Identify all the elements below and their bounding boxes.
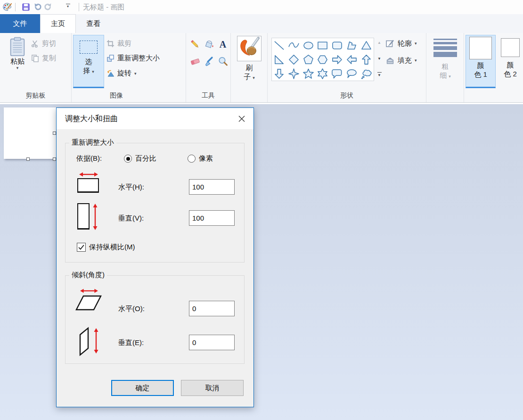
color2-button[interactable]: 颜 色 2 — [498, 35, 523, 88]
shape-down-arrow[interactable] — [272, 66, 286, 81]
canvas-area: 调整大小和扭曲 重新调整大小 依据(B): 百分比 像素 — [0, 104, 523, 420]
size-button[interactable]: 粗 细 ▾ — [430, 35, 460, 88]
dialog-close-button[interactable] — [233, 111, 251, 126]
eyedropper-icon — [204, 56, 214, 66]
shape-right-arrow[interactable] — [330, 52, 344, 66]
resize-label: 重新调整大小 — [117, 54, 160, 63]
undo-button[interactable] — [33, 2, 43, 12]
shape-hexagon[interactable] — [316, 52, 330, 66]
radio-pixels[interactable]: 像素 — [188, 154, 213, 163]
color-picker-tool-button[interactable] — [204, 56, 215, 67]
dialog-title-bar[interactable]: 调整大小和扭曲 — [57, 108, 253, 129]
shape-five-point-star[interactable] — [301, 66, 316, 81]
dropdown-icon: ▾ — [92, 69, 94, 74]
shape-line[interactable] — [272, 38, 286, 52]
vertical-resize-icon — [77, 203, 90, 230]
crop-icon — [106, 40, 114, 48]
shape-rounded-callout[interactable] — [330, 66, 344, 81]
resize-horizontal-input[interactable] — [189, 179, 235, 195]
vertical-arrow-icon — [93, 328, 99, 354]
shape-diamond[interactable] — [286, 52, 301, 66]
shapes-scroll-down-button[interactable]: ▼ — [375, 53, 384, 64]
fill-tool-button[interactable] — [204, 39, 215, 50]
ribbon: 粘贴 ▾ 剪切 复制 剪贴板 — [0, 33, 523, 103]
shapes-more-button[interactable]: ▼ — [375, 69, 384, 80]
shape-four-point-star[interactable] — [286, 66, 301, 81]
rotate-icon — [106, 69, 114, 77]
shape-pentagon[interactable] — [301, 52, 316, 66]
radio-percentage[interactable]: 百分比 — [124, 154, 156, 163]
shape-polygon[interactable] — [344, 38, 359, 52]
selection-marquee-icon — [80, 41, 98, 54]
color1-button[interactable]: 颜 色 1 — [466, 35, 496, 88]
tab-view[interactable]: 查看 — [76, 14, 111, 33]
copy-button[interactable]: 复制 — [31, 54, 56, 63]
maintain-aspect-checkbox[interactable]: 保持纵横比(M) — [77, 243, 135, 252]
redo-icon — [43, 2, 53, 12]
tab-home[interactable]: 主页 — [40, 14, 76, 33]
line-width-icon — [433, 39, 457, 59]
canvas-resize-handle-right[interactable] — [53, 132, 56, 135]
color1-label-line2: 色 1 — [474, 70, 487, 79]
copy-icon — [31, 54, 39, 62]
shape-left-arrow[interactable] — [344, 52, 359, 66]
skew-horizontal-input[interactable] — [189, 301, 235, 316]
resize-group-title: 重新调整大小 — [69, 138, 116, 147]
resize-vertical-input[interactable] — [189, 210, 235, 226]
maintain-aspect-label: 保持纵横比(M) — [89, 243, 135, 252]
shape-cloud-callout[interactable] — [359, 66, 374, 81]
horizontal-skew-icon — [74, 294, 103, 313]
crop-label: 裁剪 — [117, 39, 131, 48]
brushes-button[interactable]: 刷 子 ▾ — [235, 35, 264, 88]
resize-button[interactable]: 重新调整大小 — [106, 54, 160, 63]
skew-group-title: 倾斜(角度) — [69, 271, 107, 280]
shape-rounded-rectangle[interactable] — [330, 38, 344, 52]
drawing-canvas[interactable] — [4, 107, 56, 159]
shape-ellipse[interactable] — [301, 38, 316, 52]
outline-icon — [385, 39, 395, 48]
shape-up-arrow[interactable] — [359, 52, 374, 66]
text-tool-icon: A — [220, 39, 226, 50]
paste-button[interactable]: 粘贴 ▾ — [4, 35, 31, 88]
tab-file[interactable]: 文件 — [0, 14, 40, 33]
size-label-line2: 细 — [440, 71, 447, 79]
down-arrow-icon: ▼ — [377, 57, 381, 61]
canvas-resize-handle-corner[interactable] — [53, 157, 56, 161]
shapes-scroll-up-button[interactable]: ▲ — [375, 37, 384, 48]
canvas-resize-handle-bottom[interactable] — [26, 157, 30, 161]
dropdown-icon: ▾ — [134, 71, 137, 76]
shapes-grid — [271, 38, 374, 81]
section-tools: A — [186, 33, 231, 102]
redo-button[interactable] — [43, 2, 53, 12]
magnifier-tool-button[interactable] — [217, 56, 229, 67]
skew-vertical-input[interactable] — [189, 335, 235, 350]
crop-button[interactable]: 裁剪 — [106, 39, 131, 48]
outline-button[interactable]: 轮廓 ▾ — [385, 39, 417, 48]
shape-oval-callout[interactable] — [344, 66, 359, 81]
shape-fill-button[interactable]: 填充 ▾ — [385, 56, 417, 65]
cut-button[interactable]: 剪切 — [31, 39, 56, 48]
resize-vertical-label: 垂直(V): — [118, 210, 144, 226]
section-label-image: 图像 — [72, 91, 161, 100]
cancel-button[interactable]: 取消 — [181, 380, 244, 396]
text-tool-button[interactable]: A — [217, 39, 229, 50]
dropdown-icon: ▾ — [415, 58, 417, 63]
ok-button[interactable]: 确定 — [111, 380, 174, 396]
select-label-line2: 择 — [83, 66, 90, 74]
shape-six-point-star[interactable] — [316, 66, 330, 81]
eraser-tool-button[interactable] — [189, 56, 201, 67]
shape-curve[interactable] — [286, 38, 301, 52]
select-button[interactable]: 选 择 ▾ — [73, 35, 104, 88]
save-button[interactable] — [21, 2, 31, 12]
resize-horizontal-label: 水平(H): — [118, 179, 144, 195]
pencil-tool-button[interactable] — [189, 39, 201, 50]
radio-circle — [188, 155, 196, 163]
color1-label-line1: 颜 — [477, 61, 484, 70]
qat-dropdown-button[interactable]: ▾ — [65, 4, 71, 10]
shape-rectangle[interactable] — [316, 38, 330, 52]
shape-triangle[interactable] — [359, 38, 374, 52]
check-icon — [78, 244, 85, 251]
down-arrow-icon: ▼ — [377, 73, 381, 77]
rotate-button[interactable]: 旋转 ▾ — [106, 69, 137, 78]
shape-right-triangle[interactable] — [272, 52, 286, 66]
